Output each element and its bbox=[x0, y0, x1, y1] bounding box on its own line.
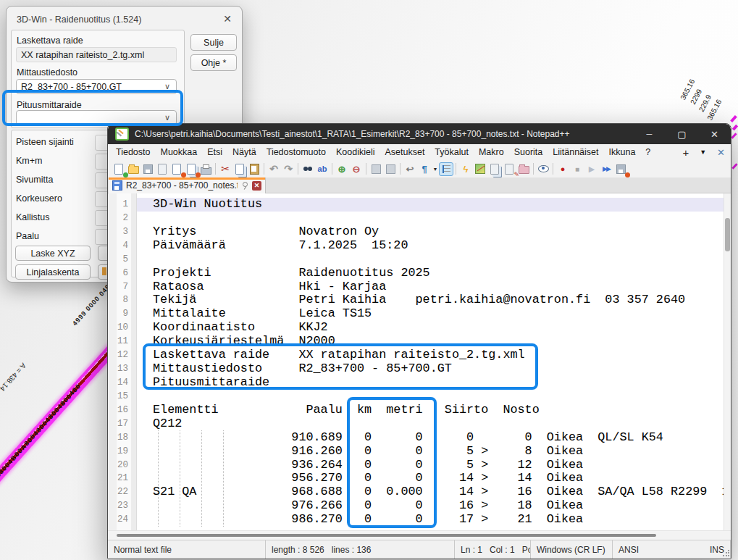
linjalaskenta-button[interactable]: Linjalaskenta bbox=[15, 264, 91, 280]
zoom-out-icon[interactable]: ⊖ bbox=[349, 162, 364, 176]
line-number: 13 bbox=[117, 362, 131, 376]
zoom-in-icon[interactable]: ⊕ bbox=[335, 162, 349, 176]
vertical-scrollbar[interactable] bbox=[724, 193, 731, 530]
open-file-icon[interactable] bbox=[126, 162, 141, 176]
menu-item[interactable]: Suorita bbox=[509, 147, 548, 157]
notepadpp-icon bbox=[115, 128, 129, 141]
close-icon[interactable]: ✕ bbox=[698, 124, 731, 144]
editor: 123456789101112131415161718192021222324 … bbox=[108, 193, 731, 530]
find-icon[interactable] bbox=[301, 162, 315, 176]
text-line: Q212 bbox=[137, 417, 724, 431]
dialog-title: 3D-Win - Raidenuotitus (1.524) bbox=[17, 14, 141, 25]
line-number: 4 bbox=[117, 239, 131, 253]
text-line: Projekti Raidenuotitus 2025 bbox=[137, 267, 724, 280]
menu-item[interactable]: ? bbox=[640, 147, 655, 157]
save-icon[interactable] bbox=[141, 162, 155, 176]
close-icon[interactable] bbox=[169, 162, 184, 176]
replace-icon[interactable]: ab bbox=[315, 162, 330, 176]
folder-as-workspace-icon[interactable] bbox=[516, 162, 531, 176]
menu-item[interactable]: Työkalut bbox=[429, 147, 474, 157]
menu-item[interactable]: Tiedostomuoto bbox=[261, 147, 331, 157]
mittaustiedosto-select[interactable]: R2_83+700 - 85+700.GT ∨ bbox=[16, 79, 177, 94]
text-line bbox=[137, 253, 724, 267]
menu-item[interactable]: Muokkaa bbox=[155, 147, 202, 157]
cad-fragment bbox=[732, 125, 738, 131]
text-area[interactable]: 3D-Win NuotitusYritys Novatron OyPäivämä… bbox=[137, 193, 724, 530]
tab-list-icon[interactable]: ▼ bbox=[700, 149, 706, 156]
text-line: Mittalaite Leica TS15 bbox=[137, 307, 724, 321]
fold-margin[interactable] bbox=[131, 193, 137, 530]
status-item: ANSI bbox=[613, 540, 704, 559]
window-controls: ─ ▢ ✕ bbox=[633, 124, 731, 144]
bookmark-margin[interactable] bbox=[108, 193, 117, 530]
macro-save-icon[interactable] bbox=[613, 162, 628, 176]
macro-stop-icon[interactable]: ■ bbox=[570, 162, 584, 176]
resize-grip[interactable] bbox=[722, 550, 729, 557]
macro-run-multiple-icon[interactable]: ▶▶ bbox=[599, 162, 613, 176]
separator bbox=[215, 163, 216, 175]
menu-item[interactable]: Ikkuna bbox=[604, 147, 641, 157]
redo-icon[interactable]: ↷ bbox=[281, 162, 295, 176]
menu-item[interactable]: Asetukset bbox=[380, 147, 429, 157]
print-icon[interactable] bbox=[198, 162, 213, 176]
horizontal-scrollbar[interactable] bbox=[108, 530, 731, 540]
separator bbox=[366, 163, 366, 175]
menu-item[interactable]: Liitännäiset bbox=[548, 147, 603, 157]
file-browser-icon[interactable] bbox=[473, 162, 487, 176]
chevron-down-icon[interactable]: ∨ bbox=[164, 82, 170, 91]
sulje-button[interactable]: Sulje bbox=[190, 34, 237, 51]
tab-label: R2_83+700 - 85+700_notes.txt bbox=[126, 180, 238, 191]
line-number: 1 bbox=[117, 198, 131, 212]
cad-fragment bbox=[731, 163, 737, 170]
paste-icon[interactable] bbox=[247, 162, 261, 176]
laskettava-raide-field[interactable]: XX ratapihan raiteisto_2.tg.xml bbox=[16, 47, 177, 62]
maximize-icon[interactable]: ▢ bbox=[666, 124, 698, 144]
cut-icon[interactable]: ✂ bbox=[218, 162, 232, 176]
pin-icon[interactable] bbox=[241, 181, 248, 190]
new-file-icon[interactable] bbox=[112, 162, 126, 176]
chevron-down-icon[interactable]: ∨ bbox=[164, 113, 170, 122]
laske-xyz-button[interactable]: Laske XYZ bbox=[15, 246, 91, 261]
macro-record-icon[interactable]: ● bbox=[555, 162, 570, 176]
new-tab-icon[interactable]: + bbox=[682, 146, 689, 159]
menu-item[interactable]: Makro bbox=[474, 147, 509, 157]
menu-item[interactable]: Näytä bbox=[227, 147, 261, 157]
horizontal-scrollbar-thumb[interactable] bbox=[117, 534, 656, 537]
document-list-icon[interactable]: ✎ bbox=[502, 162, 516, 176]
line-number: 7 bbox=[117, 280, 131, 294]
minimize-icon[interactable]: ─ bbox=[633, 124, 666, 144]
word-wrap-icon[interactable]: ↩ bbox=[403, 162, 417, 176]
line-number: 6 bbox=[117, 267, 131, 280]
sync-horizontal-scroll-icon[interactable] bbox=[383, 162, 398, 176]
close-icon[interactable]: ✕ bbox=[223, 13, 232, 25]
macro-play-icon[interactable]: ▶ bbox=[584, 162, 599, 176]
cad-fragment bbox=[731, 133, 737, 139]
menu-item[interactable]: Etsi bbox=[202, 147, 227, 157]
menu-item[interactable]: Tiedosto bbox=[111, 147, 155, 157]
sync-vertical-scroll-icon[interactable] bbox=[369, 162, 383, 176]
line-number-margin: 123456789101112131415161718192021222324 bbox=[117, 193, 131, 530]
menu-item[interactable]: Koodikieli bbox=[331, 147, 380, 157]
document-map-icon[interactable] bbox=[487, 162, 502, 176]
laskettava-raide-label: Laskettava raide bbox=[17, 35, 83, 46]
window-title: C:\Users\petri.kaihia\Documents\Testi_ai… bbox=[135, 129, 633, 139]
chevron-down-icon[interactable]: ▼ bbox=[432, 162, 439, 176]
monitoring-icon[interactable] bbox=[536, 162, 550, 176]
cad-track-label: A = 438.14 bbox=[0, 362, 28, 393]
title-bar[interactable]: C:\Users\petri.kaihia\Documents\Testi_ai… bbox=[108, 124, 731, 144]
ohje-button[interactable]: Ohje * bbox=[190, 54, 237, 71]
line-number: 18 bbox=[117, 431, 131, 445]
function-list-icon[interactable]: ϟ bbox=[458, 162, 473, 176]
close-tab-icon[interactable]: ✕ bbox=[717, 147, 725, 158]
vertical-scrollbar-thumb[interactable] bbox=[725, 218, 730, 251]
save-all-icon[interactable] bbox=[155, 162, 169, 176]
tab-notes-file[interactable]: R2_83+700 - 85+700_notes.txt ✕ bbox=[109, 177, 266, 193]
close-all-icon[interactable] bbox=[184, 162, 198, 176]
indent-guide-icon[interactable] bbox=[439, 162, 453, 176]
separator bbox=[332, 163, 332, 175]
copy-icon[interactable] bbox=[232, 162, 247, 176]
tab-close-icon[interactable]: ✕ bbox=[252, 181, 261, 191]
show-all-characters-icon[interactable]: ¶ bbox=[417, 162, 432, 176]
undo-icon[interactable]: ↶ bbox=[267, 162, 281, 176]
status-item: length : 8 526 lines : 136 bbox=[266, 540, 455, 559]
